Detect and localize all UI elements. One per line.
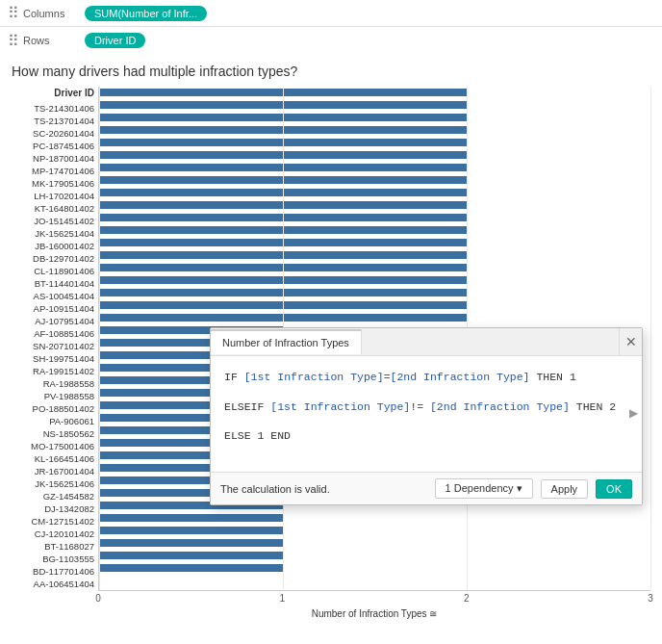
bar-row <box>99 550 650 560</box>
y-axis-header: Driver ID <box>12 87 98 100</box>
y-axis-label: TS-214301406 <box>12 103 98 114</box>
columns-row: ⠿ Columns SUM(Number of Infr... <box>0 0 662 27</box>
dependency-button[interactable]: 1 Dependency ▾ <box>435 478 533 499</box>
rows-pill[interactable]: Driver ID <box>85 33 145 48</box>
bar-row <box>99 299 650 310</box>
y-axis-label: CJ-120101402 <box>12 528 98 539</box>
x-axis-label: 0 <box>95 593 101 604</box>
y-axis-label: MK-179051406 <box>12 178 98 189</box>
bar-row <box>99 237 650 247</box>
y-axis-label: DJ-1342082 <box>12 503 98 514</box>
y-axis-label: JK-156251406 <box>12 478 98 489</box>
bar <box>99 552 283 559</box>
y-axis-label: AF-108851406 <box>12 328 98 339</box>
calculation-modal[interactable]: Number of Infraction Types ✕ IF [1st Inf… <box>210 327 643 505</box>
code-line-else: ELSE 1 END <box>224 426 628 447</box>
rows-label: Rows <box>23 35 50 46</box>
bar-row <box>99 124 650 135</box>
y-axis-label: LH-170201404 <box>12 191 98 201</box>
bar-row <box>99 274 650 285</box>
x-axis-title: Number of Infraction Types ≅ <box>98 608 650 619</box>
bar-row <box>99 137 650 147</box>
code-line-if: IF [1st Infraction Type]=[2nd Infraction… <box>224 368 628 388</box>
bar-row <box>99 224 650 235</box>
y-axis-label: NP-187001404 <box>12 153 98 164</box>
x-axis-label: 1 <box>280 593 286 604</box>
chart-title: How many drivers had multiple infraction… <box>12 64 650 79</box>
y-axis-label: RA-199151402 <box>12 366 98 376</box>
y-axis-label: JB-160001402 <box>12 241 98 251</box>
y-axis-label: RA-1988558 <box>12 378 98 389</box>
y-axis-label: NS-1850562 <box>12 428 98 439</box>
bar-row <box>99 262 650 272</box>
y-axis-label: AS-100451404 <box>12 291 98 301</box>
y-axis-label: AA-106451404 <box>12 579 98 589</box>
modal-body: IF [1st Infraction Type]=[2nd Infraction… <box>211 356 642 472</box>
bar-row <box>99 562 650 573</box>
bar-row <box>99 174 650 185</box>
x-axis-label: 2 <box>464 593 470 604</box>
y-axis-label: SN-207101402 <box>12 341 98 351</box>
y-axis: Driver ID TS-214301406TS-213701404SC-202… <box>12 87 98 591</box>
ok-button[interactable]: OK <box>596 479 632 499</box>
modal-tab[interactable]: Number of Infraction Types <box>211 329 362 354</box>
columns-dots-icon: ⠿ <box>8 4 19 22</box>
bar-row <box>99 99 650 110</box>
y-axis-label: PO-188501402 <box>12 403 98 414</box>
bar <box>99 514 283 522</box>
bar-row <box>99 312 650 322</box>
y-axis-label: CL-118901406 <box>12 266 98 276</box>
bar-row <box>99 149 650 160</box>
y-axis-label: JR-167001404 <box>12 466 98 477</box>
y-axis-label: SC-202601404 <box>12 128 98 139</box>
rows-dots-icon: ⠿ <box>8 32 19 50</box>
columns-pill[interactable]: SUM(Number of Infr... <box>85 6 207 21</box>
scroll-arrow-icon: ▶ <box>629 403 638 425</box>
y-axis-label: PC-187451406 <box>12 141 98 151</box>
bar-row <box>99 87 650 97</box>
bar <box>99 539 283 547</box>
bar-row <box>99 512 650 523</box>
y-axis-label: BT-114401404 <box>12 278 98 289</box>
bar-row <box>99 287 650 297</box>
x-axis-label: 3 <box>648 593 653 604</box>
code-line-elseif: ELSEIF [1st Infraction Type]!= [2nd Infr… <box>224 398 628 418</box>
y-axis-label: BT-1168027 <box>12 541 98 552</box>
y-axis-label: AP-109151404 <box>12 303 98 314</box>
rows-label-group: ⠿ Rows <box>8 32 85 50</box>
y-axis-label: MO-175001406 <box>12 441 98 451</box>
x-axis-row: 0123 <box>98 591 650 606</box>
y-axis-label: SH-199751404 <box>12 353 98 364</box>
columns-label: Columns <box>23 8 64 19</box>
y-axis-label: PA-906061 <box>12 416 98 426</box>
y-axis-label: CM-127151402 <box>12 516 98 527</box>
modal-header: Number of Infraction Types ✕ <box>211 328 642 356</box>
grid-line <box>99 87 100 590</box>
modal-status-text: The calculation is valid. <box>220 483 427 495</box>
toolbar: ⠿ Columns SUM(Number of Infr... ⠿ Rows D… <box>0 0 662 54</box>
rows-row: ⠿ Rows Driver ID <box>0 27 662 54</box>
bar-row <box>99 199 650 210</box>
modal-footer: The calculation is valid. 1 Dependency ▾… <box>211 472 642 504</box>
y-axis-label: JO-151451402 <box>12 216 98 226</box>
y-axis-label: PV-1988558 <box>12 391 98 401</box>
grid-line <box>650 87 651 590</box>
bar-row <box>99 212 650 222</box>
y-axis-label: AJ-107951404 <box>12 316 98 326</box>
y-axis-label: MP-174701406 <box>12 166 98 176</box>
y-axis-label: TS-213701404 <box>12 116 98 126</box>
y-axis-label: BG-1103555 <box>12 554 98 564</box>
y-axis-label: DB-129701402 <box>12 253 98 264</box>
bar-row <box>99 537 650 548</box>
y-axis-label: BD-117701406 <box>12 566 98 577</box>
bar-row <box>99 162 650 172</box>
y-axis-label: GZ-1454582 <box>12 491 98 502</box>
y-axis-label: JK-156251404 <box>12 228 98 239</box>
bar-row <box>99 187 650 197</box>
y-axis-label: KL-166451406 <box>12 453 98 464</box>
close-icon[interactable]: ✕ <box>619 328 642 355</box>
y-axis-label: KT-164801402 <box>12 203 98 214</box>
apply-button[interactable]: Apply <box>541 479 589 499</box>
bar-row <box>99 525 650 535</box>
bar <box>99 527 283 534</box>
